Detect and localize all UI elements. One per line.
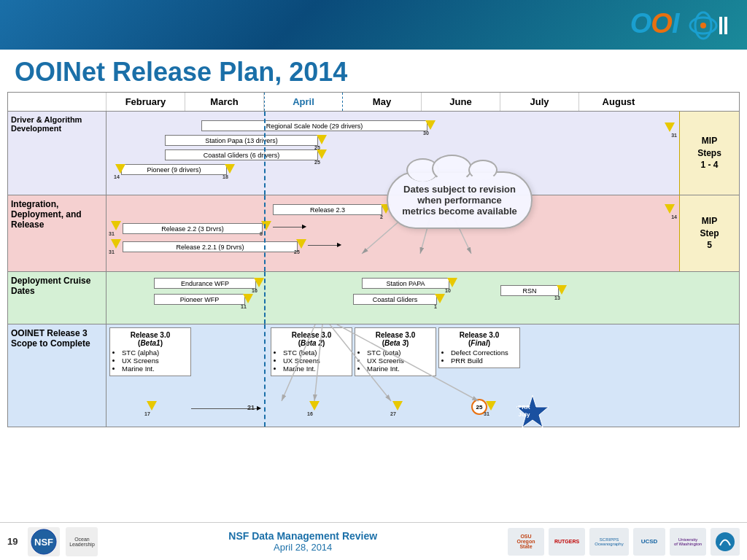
beta1-item3: Marine Int.	[122, 365, 186, 373]
milestone-8-tri	[261, 221, 271, 230]
milestone-2-num: 2	[380, 214, 383, 219]
milestone-27-num: 27	[390, 411, 396, 416]
milestone-21-num: 21	[247, 404, 255, 411]
milestone-25a-tri	[317, 135, 327, 144]
title-bar: OOINet Release Plan, 2014	[0, 50, 747, 92]
milestone-25b-tri	[317, 149, 327, 159]
cloud-text: Dates subject to revision when performan…	[401, 184, 518, 217]
release-3-final-title: Release 3.0(Final)	[444, 331, 515, 347]
milestone-31-driver-tri	[665, 122, 675, 132]
milestone-31b-tri	[111, 239, 121, 249]
month-feb: February	[107, 93, 185, 111]
svg-point-17	[716, 532, 735, 551]
milestone-13-num: 13	[554, 295, 560, 300]
bar-coastal-dep: Coastal Gliders	[353, 294, 437, 305]
page-title: OOINet Release Plan, 2014	[15, 57, 732, 88]
milestone-31a-num: 31	[109, 231, 115, 236]
release-3-beta1-title: Release 3.0(Beta1)	[115, 331, 186, 347]
logo-area: OOI	[630, 8, 732, 42]
svg-point-2	[700, 23, 706, 28]
footer: 19 NSF OceanLeadership NSF Data Manageme…	[0, 522, 747, 560]
milestone-25b-num: 25	[314, 160, 320, 165]
month-aug: August	[579, 93, 658, 111]
beta2-item3: Marine Int.	[283, 365, 347, 373]
milestone-17-num: 17	[144, 411, 150, 416]
footer-logo-uw: Universityof Washington	[670, 528, 706, 556]
release-3-beta3-title: Release 3.0(Beta 3)	[360, 331, 431, 347]
milestone-31b-num: 31	[109, 249, 115, 254]
april-dashed-line-2	[264, 195, 266, 271]
footer-partner-logos: OSUOregonState RUTGERS SCRIPPSOceanograp…	[508, 528, 740, 556]
milestone-30-tri	[425, 120, 436, 130]
milestone-25-integ-num: 25	[294, 249, 300, 254]
deployment-content: Endurance WFP 16 Pioneer WFP 11 Station …	[107, 272, 739, 324]
mip-step-5-box: MIPStep5	[679, 195, 739, 271]
beta1-item2: UX Screens	[122, 357, 186, 365]
month-apr: April	[264, 93, 343, 111]
bar-rsn: RSN	[500, 285, 559, 296]
april-dashed-line	[264, 112, 266, 195]
release-3-beta1-box: Release 3.0(Beta1) STC (alpha) UX Screen…	[109, 327, 191, 376]
scope-content: Release 3.0(Beta1) STC (alpha) UX Screen…	[107, 324, 739, 427]
april-dashed-line-3	[264, 272, 266, 324]
driver-row: Driver & Algorithm Development Regional …	[8, 112, 739, 195]
milestone-1-tri	[435, 294, 445, 303]
bar-station-papa: Station Papa (13 drivers)	[165, 135, 318, 146]
milestone-31-final-tri	[486, 401, 496, 411]
cloud-bump-3	[468, 160, 498, 180]
beta3-item1: STC (beta)	[367, 349, 431, 357]
bar-coastal-gliders: Coastal Gliders (6 drivers)	[165, 149, 318, 160]
beta2-item1: STC (beta)	[283, 349, 347, 357]
milestone-27-tri	[392, 401, 403, 411]
arrow-2-2-1: ▶	[308, 245, 337, 246]
footer-logo-scripps: SCRIPPSOceanography	[589, 528, 629, 556]
cloud-bump-2	[432, 155, 472, 182]
prr-july-star: PRRJuly	[514, 394, 551, 435]
deployment-row: Deployment Cruise Dates Endurance WFP 16…	[8, 272, 739, 324]
milestone-31-driver-num: 31	[671, 133, 677, 138]
bar-release-2-2: Release 2.2 (3 Drvrs)	[123, 223, 263, 234]
bar-pioneer-wfp: Pioneer WFP	[154, 294, 245, 305]
milestone-1-num: 1	[434, 304, 437, 309]
release-3-beta2-box: Release 3.0(Beta 2) STC (beta) UX Screen…	[271, 327, 352, 376]
integration-row: Integration, Deployment, and Release Rel…	[8, 195, 739, 272]
milestone-14-integ-num: 14	[671, 214, 677, 219]
april-dashed-line-4	[264, 324, 266, 427]
month-header-row: February March April May June July Augus…	[8, 93, 739, 112]
milestone-25-integ-tri	[296, 239, 306, 249]
month-jun: June	[422, 93, 500, 111]
milestone-11-num: 11	[241, 304, 247, 309]
milestone-30-num: 30	[423, 131, 429, 136]
milestone-14-num: 14	[114, 174, 120, 179]
bar-regional: Regional Scale Node (29 drivers)	[201, 120, 427, 131]
final-item2: PRR Build	[451, 357, 515, 365]
milestone-8-num: 8	[260, 231, 263, 236]
release-3-beta3-box: Release 3.0(Beta 3) STC (beta) UX Screen…	[355, 327, 436, 376]
milestone-31a-tri	[111, 221, 121, 230]
milestone-31-final-num: 31	[484, 411, 489, 416]
release-3-final-box: Release 3.0(Final) Defect Corrections PR…	[438, 327, 520, 368]
milestone-16-scope-tri	[309, 401, 320, 411]
bar-pioneer: Pioneer (9 drivers)	[121, 164, 227, 175]
milestone-18-num: 18	[222, 174, 228, 179]
header: OOI	[0, 0, 747, 50]
arrow-2-2: ▶	[273, 227, 302, 228]
milestone-10-tri	[447, 278, 457, 287]
footer-line2: April 28, 2014	[104, 542, 502, 553]
milestone-11-tri	[243, 294, 253, 303]
svg-rect-4	[724, 17, 727, 34]
gantt-chart: February March April May June July Augus…	[7, 92, 740, 427]
empty-header	[8, 93, 107, 111]
footer-logo-rutgers: RUTGERS	[549, 528, 585, 556]
milestone-16-scope-num: 16	[307, 411, 313, 416]
footer-logo-ocean-leadership: OceanLeadership	[66, 527, 98, 556]
beta3-item2: UX Screens	[367, 357, 431, 365]
page-number: 19	[7, 536, 18, 547]
footer-center: NSF Data Management Review April 28, 201…	[104, 530, 502, 553]
month-mar: March	[185, 93, 264, 111]
bar-station-papa-dep: Station PAPA	[362, 278, 449, 289]
svg-rect-3	[719, 17, 722, 34]
final-item1: Defect Corrections	[451, 349, 515, 357]
beta2-item2: UX Screens	[283, 357, 347, 365]
footer-logo-ucsd: UCSD	[633, 528, 665, 556]
